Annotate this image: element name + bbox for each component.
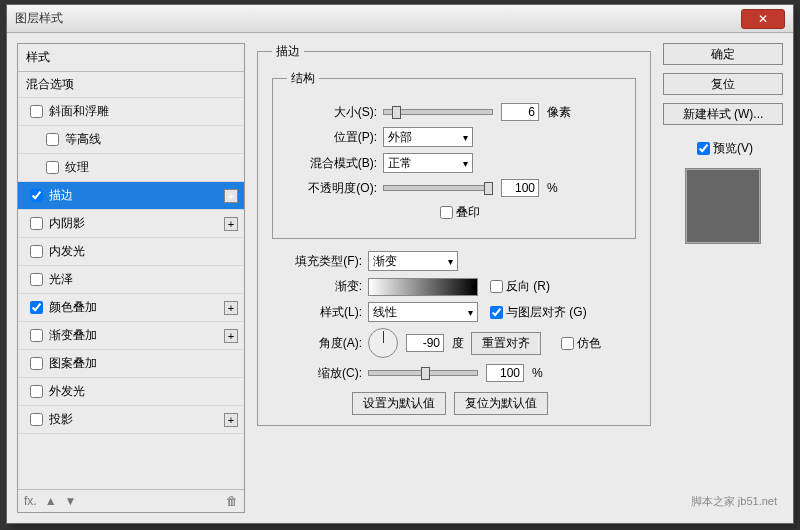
stroke-add-icon[interactable]: + xyxy=(224,189,238,203)
blendmode-select[interactable]: 正常▾ xyxy=(383,153,473,173)
opacity-slider[interactable] xyxy=(383,185,493,191)
dither-check[interactable] xyxy=(561,337,574,350)
gradient-label: 渐变: xyxy=(272,278,362,295)
drop-shadow-check[interactable] xyxy=(30,413,43,426)
close-button[interactable]: ✕ xyxy=(741,9,785,29)
position-select[interactable]: 外部▾ xyxy=(383,127,473,147)
color-overlay-item[interactable]: 颜色叠加+ xyxy=(18,294,244,322)
titlebar: 图层样式 ✕ xyxy=(7,5,793,33)
filltype-select[interactable]: 渐变▾ xyxy=(368,251,458,271)
bevel-emboss-item[interactable]: 斜面和浮雕 xyxy=(18,98,244,126)
stroke-check[interactable] xyxy=(30,189,43,202)
size-label: 大小(S): xyxy=(287,104,377,121)
settings-panel: 描边 结构 大小(S):像素 位置(P):外部▾ 混合模式(B):正常▾ 不透明… xyxy=(245,33,663,523)
watermark: 脚本之家 jb51.net xyxy=(691,494,777,509)
stroke-fieldset: 描边 结构 大小(S):像素 位置(P):外部▾ 混合模式(B):正常▾ 不透明… xyxy=(257,43,651,426)
inner-glow-item[interactable]: 内发光 xyxy=(18,238,244,266)
outer-glow-item[interactable]: 外发光 xyxy=(18,378,244,406)
structure-legend: 结构 xyxy=(287,70,319,87)
reset-align-button[interactable]: 重置对齐 xyxy=(471,332,541,355)
up-icon[interactable]: ▲ xyxy=(45,494,57,508)
size-input[interactable] xyxy=(501,103,539,121)
structure-fieldset: 结构 大小(S):像素 位置(P):外部▾ 混合模式(B):正常▾ 不透明度(O… xyxy=(272,70,636,239)
blend-options-item[interactable]: 混合选项 xyxy=(18,72,244,98)
reverse-check[interactable] xyxy=(490,280,503,293)
preview-thumbnail xyxy=(685,168,761,244)
cancel-button[interactable]: 复位 xyxy=(663,73,783,95)
angle-label: 角度(A): xyxy=(272,335,362,352)
gradient-overlay-item[interactable]: 渐变叠加+ xyxy=(18,322,244,350)
reset-default-button[interactable]: 复位为默认值 xyxy=(454,392,548,415)
color-overlay-check[interactable] xyxy=(30,301,43,314)
gradient-overlay-check[interactable] xyxy=(30,329,43,342)
position-label: 位置(P): xyxy=(287,129,377,146)
inner-shadow-check[interactable] xyxy=(30,217,43,230)
opacity-input[interactable] xyxy=(501,179,539,197)
fx-icon[interactable]: fx. xyxy=(24,494,37,508)
new-style-button[interactable]: 新建样式 (W)... xyxy=(663,103,783,125)
title-text: 图层样式 xyxy=(7,10,741,27)
pattern-overlay-check[interactable] xyxy=(30,357,43,370)
outer-glow-check[interactable] xyxy=(30,385,43,398)
contour-check[interactable] xyxy=(46,133,59,146)
right-panel: 确定 复位 新建样式 (W)... 预览(V) xyxy=(663,33,793,523)
size-slider[interactable] xyxy=(383,109,493,115)
gradient-picker[interactable]: ▾ xyxy=(368,278,478,296)
scale-slider[interactable] xyxy=(368,370,478,376)
trash-icon[interactable]: 🗑 xyxy=(226,494,238,508)
satin-check[interactable] xyxy=(30,273,43,286)
satin-item[interactable]: 光泽 xyxy=(18,266,244,294)
scale-input[interactable] xyxy=(486,364,524,382)
scale-label: 缩放(C): xyxy=(272,365,362,382)
drop-shadow-add-icon[interactable]: + xyxy=(224,413,238,427)
down-icon[interactable]: ▼ xyxy=(65,494,77,508)
style-list-sidebar: 样式 混合选项 斜面和浮雕 等高线 纹理 描边+ 内阴影+ 内发光 光泽 颜色叠… xyxy=(17,43,245,513)
filltype-label: 填充类型(F): xyxy=(272,253,362,270)
stroke-legend: 描边 xyxy=(272,43,304,60)
preview-check[interactable] xyxy=(697,142,710,155)
contour-item[interactable]: 等高线 xyxy=(18,126,244,154)
inner-shadow-add-icon[interactable]: + xyxy=(224,217,238,231)
pattern-overlay-item[interactable]: 图案叠加 xyxy=(18,350,244,378)
inner-shadow-item[interactable]: 内阴影+ xyxy=(18,210,244,238)
make-default-button[interactable]: 设置为默认值 xyxy=(352,392,446,415)
bevel-emboss-check[interactable] xyxy=(30,105,43,118)
ok-button[interactable]: 确定 xyxy=(663,43,783,65)
texture-check[interactable] xyxy=(46,161,59,174)
texture-item[interactable]: 纹理 xyxy=(18,154,244,182)
sidebar-header-styles[interactable]: 样式 xyxy=(18,44,244,72)
angle-input[interactable] xyxy=(406,334,444,352)
overprint-check[interactable] xyxy=(440,206,453,219)
layer-style-dialog: 图层样式 ✕ 样式 混合选项 斜面和浮雕 等高线 纹理 描边+ 内阴影+ 内发光… xyxy=(6,4,794,524)
angle-dial[interactable] xyxy=(368,328,398,358)
drop-shadow-item[interactable]: 投影+ xyxy=(18,406,244,434)
sidebar-footer: fx. ▲ ▼ 🗑 xyxy=(18,489,244,512)
inner-glow-check[interactable] xyxy=(30,245,43,258)
align-check[interactable] xyxy=(490,306,503,319)
gradstyle-select[interactable]: 线性▾ xyxy=(368,302,478,322)
style-label: 样式(L): xyxy=(272,304,362,321)
color-overlay-add-icon[interactable]: + xyxy=(224,301,238,315)
blendmode-label: 混合模式(B): xyxy=(287,155,377,172)
stroke-item[interactable]: 描边+ xyxy=(18,182,244,210)
opacity-label: 不透明度(O): xyxy=(287,180,377,197)
gradient-overlay-add-icon[interactable]: + xyxy=(224,329,238,343)
